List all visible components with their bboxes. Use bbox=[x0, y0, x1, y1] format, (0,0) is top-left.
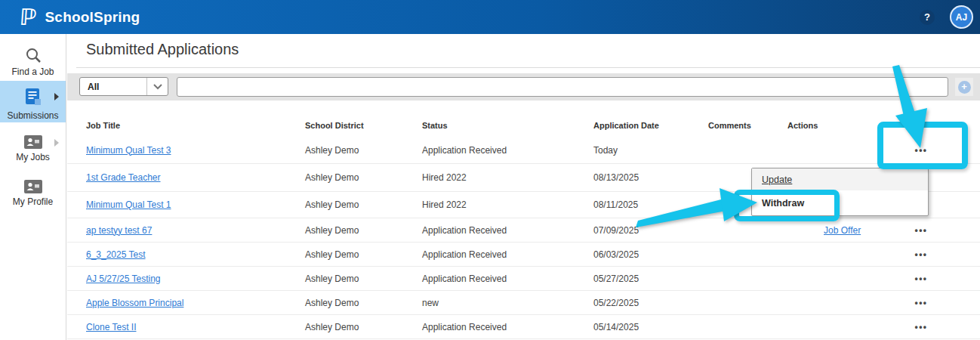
job-offer-link[interactable]: Job Offer bbox=[824, 225, 861, 236]
job-title-link[interactable]: AJ 5/27/25 Testing bbox=[86, 274, 161, 284]
search-icon bbox=[0, 47, 66, 63]
table-row: 6_3_2025 Test Ashley Demo Application Re… bbox=[67, 243, 980, 267]
status-cell: Hired 2022 bbox=[422, 172, 467, 183]
sidebar-item-my-profile[interactable]: My Profile bbox=[0, 180, 66, 207]
job-title-link[interactable]: Minimum Qual Test 1 bbox=[86, 199, 171, 210]
column-header-status: Status bbox=[422, 121, 448, 130]
status-cell: Application Received bbox=[422, 322, 507, 332]
table-header-row: Job Title School District Status Applica… bbox=[67, 113, 980, 137]
table-row: Apple Blossom Principal Ashley Demo new … bbox=[67, 291, 980, 315]
sidebar-item-label: Submissions bbox=[0, 110, 66, 121]
title-divider bbox=[76, 67, 980, 68]
table-row: AJ 5/27/25 Testing Ashley Demo Applicati… bbox=[67, 267, 980, 291]
sidebar-item-submissions[interactable]: Submissions bbox=[0, 81, 66, 122]
district-cell: Ashley Demo bbox=[305, 172, 359, 183]
table-row: Minimum Qual Test 3 Ashley Demo Applicat… bbox=[67, 137, 980, 164]
district-cell: Ashley Demo bbox=[305, 322, 359, 332]
chevron-down-icon bbox=[146, 78, 168, 95]
applications-table: Job Title School District Status Applica… bbox=[67, 113, 980, 339]
column-header-school-district: School District bbox=[305, 121, 364, 130]
table-row: Clone Test II Ashley Demo Application Re… bbox=[67, 315, 980, 339]
menu-item-update[interactable]: Update bbox=[752, 168, 928, 190]
status-cell: Hired 2022 bbox=[422, 199, 467, 210]
column-header-actions: Actions bbox=[787, 121, 818, 130]
add-button[interactable]: + bbox=[955, 78, 973, 96]
context-menu: Update Withdraw bbox=[751, 168, 929, 216]
job-title-link[interactable]: Minimum Qual Test 3 bbox=[86, 145, 171, 156]
avatar[interactable]: AJ bbox=[950, 5, 973, 29]
date-cell: 05/27/2025 bbox=[593, 274, 639, 284]
date-cell: 07/09/2025 bbox=[593, 225, 639, 236]
date-cell: 06/03/2025 bbox=[593, 249, 639, 260]
expand-arrow-icon bbox=[54, 139, 59, 147]
column-header-comments: Comments bbox=[708, 121, 751, 130]
filter-dropdown-value: All bbox=[80, 82, 99, 92]
status-cell: Application Received bbox=[422, 145, 507, 156]
filter-bar: All + bbox=[67, 73, 980, 100]
help-icon[interactable]: ? bbox=[920, 10, 935, 25]
expand-arrow-icon bbox=[54, 93, 59, 100]
person-badge-icon bbox=[0, 180, 66, 193]
search-input[interactable] bbox=[177, 77, 948, 97]
district-cell: Ashley Demo bbox=[305, 225, 359, 236]
filter-dropdown[interactable]: All bbox=[79, 77, 168, 96]
status-cell: Application Received bbox=[422, 274, 507, 284]
date-cell: 08/11/2025 bbox=[593, 199, 638, 210]
sidebar-item-label: My Jobs bbox=[0, 152, 66, 162]
column-header-job-title: Job Title bbox=[86, 121, 120, 130]
date-cell: 05/22/2025 bbox=[593, 298, 639, 308]
date-cell: 05/14/2025 bbox=[593, 322, 639, 332]
sidebar: Find a Job Submissions My Jobs My Profil… bbox=[0, 34, 66, 340]
top-header-bar: ℙ SchoolSpring ? AJ bbox=[0, 0, 980, 34]
page: ℙ SchoolSpring ? AJ Find a Job Submissio… bbox=[0, 0, 980, 340]
schoolspring-logo-icon: ℙ bbox=[19, 6, 38, 29]
district-cell: Ashley Demo bbox=[305, 298, 359, 308]
sidebar-item-label: My Profile bbox=[0, 196, 66, 207]
job-title-link[interactable]: ap testyy test 67 bbox=[86, 225, 152, 236]
row-actions-menu-button[interactable]: ••• bbox=[904, 274, 938, 284]
brand-name: SchoolSpring bbox=[45, 9, 140, 26]
district-cell: Ashley Demo bbox=[305, 199, 359, 210]
plus-icon: + bbox=[958, 81, 971, 94]
table-row: ap testyy test 67 Ashley Demo Applicatio… bbox=[67, 218, 980, 243]
job-title-link[interactable]: 1st Grade Teacher bbox=[86, 172, 161, 183]
status-cell: new bbox=[422, 298, 439, 308]
date-cell: 08/13/2025 bbox=[593, 172, 639, 183]
district-cell: Ashley Demo bbox=[305, 145, 359, 156]
topbar-right: ? AJ bbox=[920, 5, 973, 29]
job-title-link[interactable]: Clone Test II bbox=[86, 322, 136, 332]
district-cell: Ashley Demo bbox=[305, 274, 359, 284]
column-header-application-date: Application Date bbox=[593, 121, 659, 130]
sidebar-item-label: Find a Job bbox=[0, 66, 66, 77]
page-title: Submitted Applications bbox=[86, 41, 239, 58]
sidebar-item-find-a-job[interactable]: Find a Job bbox=[0, 47, 66, 77]
row-actions-menu-button[interactable]: ••• bbox=[904, 145, 938, 156]
district-cell: Ashley Demo bbox=[305, 249, 359, 260]
row-actions-menu-button[interactable]: ••• bbox=[904, 225, 938, 236]
status-cell: Application Received bbox=[422, 225, 507, 236]
row-actions-menu-button[interactable]: ••• bbox=[904, 249, 938, 260]
date-cell: Today bbox=[593, 145, 618, 156]
job-title-link[interactable]: Apple Blossom Principal bbox=[86, 298, 183, 308]
job-title-link[interactable]: 6_3_2025 Test bbox=[86, 249, 146, 260]
status-cell: Application Received bbox=[422, 249, 507, 260]
row-actions-menu-button[interactable]: ••• bbox=[904, 298, 938, 308]
row-actions-menu-button[interactable]: ••• bbox=[904, 322, 938, 332]
menu-item-withdraw[interactable]: Withdraw bbox=[752, 190, 928, 215]
sidebar-item-my-jobs[interactable]: My Jobs bbox=[0, 135, 66, 162]
